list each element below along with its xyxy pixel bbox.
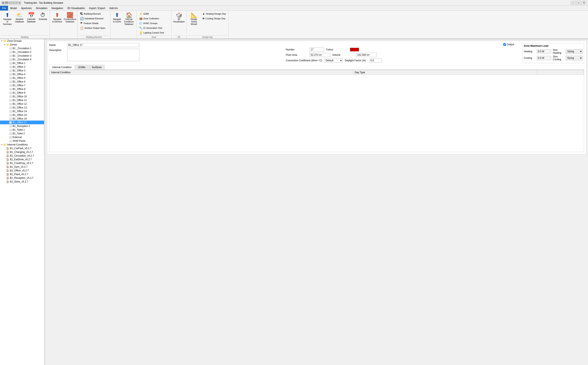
sidebar-item-b1-toilet-2[interactable]: ⬜B1_Toilet 2: [0, 132, 44, 135]
building-element-group-label: Building Element: [79, 35, 109, 38]
3d-visualisation-button[interactable]: 🎲 3DVisualisation: [173, 12, 185, 24]
size-heating-select[interactable]: Sizing Fixed: [566, 49, 583, 54]
expand-arrow[interactable]: ▼: [0, 144, 3, 146]
name-input[interactable]: [67, 43, 139, 47]
expand-arrow[interactable]: ▼: [3, 44, 6, 46]
menu-add-ins[interactable]: Add-Ins: [107, 6, 120, 10]
sidebar-item-b1-store[interactable]: 🏠B1_Store_v5.2.7: [0, 180, 44, 183]
sidebar-item-b1-office-16[interactable]: ⬜B1_Office 16: [0, 117, 44, 120]
sidebar-item-b1-circulation[interactable]: 🏠B1_Circulation_v5.2.7: [0, 154, 44, 158]
sidebar-item-external[interactable]: ⬜External: [0, 135, 44, 139]
main-area: ▼📁Zone Groups▼📁Zones⬜B1 _Circulation 1⬜B…: [0, 39, 588, 365]
sidebar-item-b1-foodprep[interactable]: 🏠B1_FoodPrep_v5.2.7: [0, 161, 44, 165]
substitute-element-button[interactable]: 🔄 Substitute Element: [79, 16, 107, 21]
sidebar-item-zone-groups[interactable]: ▼📁Zone Groups: [0, 39, 44, 43]
zone-collection-button[interactable]: 📦 Zone Collection: [138, 16, 165, 21]
constructions-database-button[interactable]: 🧱 ConstructionsDatabase: [64, 12, 76, 24]
help-icon[interactable]: ?: [15, 1, 18, 4]
sidebar-item-b1-reception-ic[interactable]: 🏠B1_Reception_v5.2.7: [0, 176, 44, 180]
menu-apertures[interactable]: Apertures: [19, 6, 34, 10]
sidebar-item-b1-office-7[interactable]: ⬜B1_Office 7: [0, 84, 44, 87]
app-menu-icon[interactable]: ■: [2, 1, 5, 4]
sidebar-item-b1-toilet-1[interactable]: ⬜B1_Toilet 1: [0, 128, 44, 132]
navigate-to-summary-button[interactable]: ⬆ Navigate toSummary: [1, 12, 14, 26]
sidebar-item-shw-panel[interactable]: ⬜SHW Panel: [0, 139, 44, 143]
sidebar-item-b1-eatdrink[interactable]: 🏠B1_EatDrink_v5.2.7: [0, 158, 44, 161]
tab-izams[interactable]: IZAMs: [75, 65, 89, 70]
output-checkbox[interactable]: [503, 43, 506, 46]
internal-conditions-db-button[interactable]: 🏠 Internal ConditionsDatabase: [123, 12, 135, 26]
sidebar-item-b1-office-12[interactable]: ⬜B1_Office 12: [0, 102, 44, 106]
sidebar-item-b1-office-15[interactable]: ⬜B1_Office 15: [0, 113, 44, 117]
ic-generation-icon: 🔧: [139, 26, 143, 30]
daylight-factor-input[interactable]: [370, 58, 382, 63]
sidebar-item-b1-office-3[interactable]: ⬜B1_Office 3: [0, 69, 44, 72]
sidebar-item-b1-office-11[interactable]: ⬜B1_Office 11: [0, 98, 44, 102]
sidebar-item-b1-office-6[interactable]: ⬜B1_Office 6: [0, 80, 44, 84]
design-sizing-button[interactable]: 📐 DesignSizing Wizard: [188, 12, 200, 26]
tab-surfaces[interactable]: Surfaces: [89, 65, 105, 70]
cooling-design-button[interactable]: ❄ Cooling Design Day: [201, 16, 227, 21]
sidebar-item-b1-circ-3[interactable]: ⬜B1 _Circulation 3: [0, 54, 44, 58]
area-volume-row: Floor Area 52.273 m² Volume 151.593 m³: [286, 53, 518, 58]
sidebar-item-b1-circ-4[interactable]: ⬜B1 _Circulation 4: [0, 58, 44, 61]
sidebar-item-b1-circ-2[interactable]: ⬜B1 _Circulation 2: [0, 50, 44, 54]
navigate-to-element-button[interactable]: ⬆ Navigateto Element: [51, 12, 63, 24]
save-icon[interactable]: 💾: [5, 1, 8, 4]
conv-coeff-select[interactable]: Default: [324, 58, 343, 63]
zone-buttons: ⚡ IZAM 📦 Zone Collection 💨 HVAC Groups 🔧…: [138, 12, 170, 35]
close-button[interactable]: ✕: [581, 1, 586, 5]
menu-file[interactable]: File: [0, 6, 8, 10]
ic-generation-button[interactable]: 🔧 IC Generation Tool: [138, 26, 165, 30]
navigate-to-zones-button[interactable]: ⬆ Navigateto Zones: [112, 12, 122, 24]
sidebar-item-b1-plant[interactable]: 🏠B1_Plant_v5.2.7: [0, 172, 44, 176]
expand-arrow[interactable]: ▼: [0, 40, 3, 42]
sidebar-item-b1-office-14[interactable]: ⬜B1_Office 14: [0, 109, 44, 113]
sidebar-item-b1-office-ic[interactable]: 🏠B1_Office_v5.2.7: [0, 169, 44, 172]
sidebar-item-b1-office-8[interactable]: ⬜B1_Office 8: [0, 87, 44, 91]
menu-simulation[interactable]: Simulation: [34, 6, 49, 10]
sidebar-item-b1-office-17[interactable]: ⬜B1_Office 17: [0, 120, 44, 124]
tab-internal-condition[interactable]: Internal Condition: [49, 65, 75, 70]
building-element-button[interactable]: 🏗 Building Element: [79, 12, 107, 16]
sidebar-item-b1-office-1[interactable]: ⬜B1_Office 1: [0, 61, 44, 65]
sidebar-item-zones[interactable]: ▼📁Zones: [0, 43, 44, 47]
weather-database-button[interactable]: ⛅ WeatherDatabase: [14, 12, 25, 24]
heating-design-button[interactable]: 🌡 Heating Design Day: [201, 12, 227, 16]
maximize-button[interactable]: □: [576, 1, 581, 5]
sidebar-item-b1-carpark[interactable]: 🏠B1_CarPark_v5.2.7: [0, 147, 44, 150]
number-input[interactable]: [310, 48, 324, 52]
schedule-button[interactable]: ⏱ Schedule: [37, 12, 49, 21]
surface-output-button[interactable]: 📋 Surface Output Spec: [79, 26, 107, 30]
menu-navigation[interactable]: Navigation: [49, 6, 65, 10]
sidebar-item-b1-office-4[interactable]: ⬜B1_Office 4: [0, 72, 44, 76]
minimize-button[interactable]: ─: [571, 1, 576, 5]
colour-swatch[interactable]: [350, 48, 359, 51]
sidebar-item-b1-office-10[interactable]: ⬜B1_Office 10: [0, 95, 44, 98]
sidebar-item-b1-circ-1[interactable]: ⬜B1 _Circulation 1: [0, 47, 44, 50]
sidebar-item-internal-conditions[interactable]: ▼📁Internal Conditions: [0, 143, 44, 147]
menu-model[interactable]: Model: [8, 6, 19, 10]
hvac-groups-button[interactable]: 💨 HVAC Groups: [138, 21, 165, 26]
feature-shade-button[interactable]: ☂ Feature Shade: [79, 21, 107, 26]
expand-icon[interactable]: ▾: [18, 1, 21, 4]
sidebar-item-b1-office-2[interactable]: ⬜B1_Office 2: [0, 65, 44, 69]
sidebar-item-b1-office-9[interactable]: ⬜B1_Office 9: [0, 91, 44, 95]
sidebar-item-b1-changing[interactable]: 🏠B1_Changing_v5.2.7: [0, 150, 44, 154]
calendar-database-button[interactable]: 📅 CalendarDatabase: [26, 12, 37, 24]
zone-group-label: Zone: [138, 35, 170, 38]
izam-button[interactable]: ⚡ IZAM: [138, 12, 165, 16]
menu-3d-visualisation[interactable]: 3D Visualisation: [65, 6, 87, 10]
sidebar-item-b1-office-13[interactable]: ⬜B1_Office 13: [0, 106, 44, 109]
undo-icon[interactable]: ↩: [8, 1, 11, 4]
sidebar-item-b1-reception-1[interactable]: ⬜B1_Reception 1: [0, 124, 44, 128]
redo-icon[interactable]: ↪: [12, 1, 14, 4]
lighting-control-button[interactable]: 💡 Lighting Control Tool: [138, 30, 165, 35]
menu-import-export[interactable]: Import / Export: [87, 6, 107, 10]
description-input[interactable]: [67, 49, 139, 61]
tree-label: B1_Office 13: [13, 106, 27, 109]
size-cooling-select[interactable]: Sizing Fixed: [566, 56, 583, 60]
description-row: Description: [49, 49, 282, 61]
sidebar-item-b1-gym[interactable]: 🏠B1_Gym_v5.2.7: [0, 165, 44, 169]
sidebar-item-b1-office-5[interactable]: ⬜B1_Office 5: [0, 76, 44, 80]
